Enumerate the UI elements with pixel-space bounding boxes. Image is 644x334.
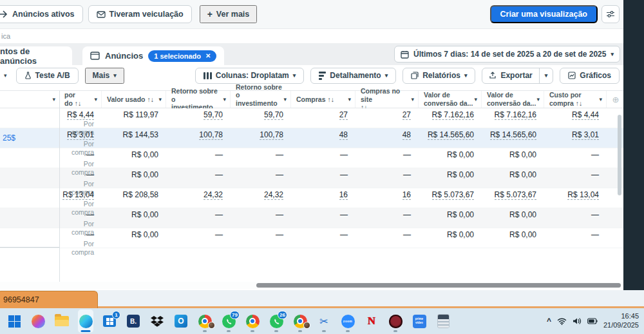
column-header[interactable]: Compras ↑↓▾ xyxy=(291,91,355,108)
chevron-down-icon[interactable]: ▾ xyxy=(411,96,414,103)
column-header[interactable]: Retorno sobre oinvestimento ...▾ xyxy=(231,91,291,108)
metric-value-tooltip[interactable]: 24,32 xyxy=(264,190,283,200)
ad-name-cell[interactable]: 25$ xyxy=(0,128,59,148)
metric-value-tooltip[interactable]: R$ 14.565,60 xyxy=(490,130,536,140)
zoom-icon[interactable]: zoom xyxy=(340,309,355,333)
chevron-down-icon[interactable]: ▾ xyxy=(223,96,226,103)
horizontal-scrollbar-thumb[interactable] xyxy=(256,283,621,288)
column-header[interactable]: Retorno sobre oinvestimento ...▾ xyxy=(166,91,231,108)
breakdown-button[interactable]: Detalhamento ▾ xyxy=(310,68,396,84)
metric-value-tooltip[interactable]: 100,78 xyxy=(260,130,283,140)
had-delivery-filter-button[interactable]: Tiveram veiculação xyxy=(88,5,192,23)
clock[interactable]: 16:45 21/09/2025 xyxy=(603,312,639,330)
table-row[interactable]: —Por compraR$ 0,00————R$ 0,00R$ 0,00— xyxy=(0,208,623,228)
outlook-icon[interactable]: O xyxy=(173,309,189,333)
chevron-down-icon[interactable]: ▾ xyxy=(599,96,602,103)
metric-value-tooltip[interactable]: R$ 3,01 xyxy=(67,130,94,140)
chrome-icon[interactable] xyxy=(245,309,260,333)
table-row[interactable]: 25$R$ 3,01Por compraR$ 144,53100,78100,7… xyxy=(0,128,623,148)
table-row[interactable]: —Por compraR$ 0,00————R$ 0,00R$ 0,00— xyxy=(0,148,623,168)
prime-video-icon[interactable]: primevideo xyxy=(412,309,427,333)
metric-value-tooltip[interactable]: 48 xyxy=(339,130,348,140)
metric-value-tooltip[interactable]: 27 xyxy=(402,110,411,120)
tray-chevron-up-icon[interactable]: ^ xyxy=(547,317,551,326)
metric-value-tooltip[interactable]: R$ 13,04 xyxy=(567,190,599,200)
frozen-column-header[interactable]: ▾ xyxy=(0,91,59,108)
metric-value-tooltip[interactable]: 48 xyxy=(402,130,411,140)
metric-value-tooltip[interactable]: R$ 4,44 xyxy=(67,110,94,120)
add-column-cell[interactable]: ⊕ xyxy=(607,91,623,108)
table-row[interactable]: R$ 4,44Por compraR$ 119,9759,7059,702727… xyxy=(0,108,623,128)
metric-value-tooltip[interactable]: 100,78 xyxy=(199,130,223,140)
whatsapp-icon[interactable]: 79 xyxy=(221,309,236,333)
capcut-icon[interactable] xyxy=(388,309,403,333)
chrome-icon[interactable] xyxy=(292,309,308,333)
metric-value-tooltip[interactable]: 59,70 xyxy=(204,110,223,120)
chrome-icon[interactable] xyxy=(197,309,213,333)
reports-button[interactable]: Relatórios ▾ xyxy=(402,68,475,84)
ad-name-cell xyxy=(0,108,59,128)
column-header[interactable]: Valor usado ↑↓▾ xyxy=(102,91,166,108)
volume-icon[interactable] xyxy=(573,317,582,325)
selected-count-badge[interactable]: 1 selecionado ✕ xyxy=(148,50,216,62)
see-more-button[interactable]: + Ver mais xyxy=(200,5,258,23)
metric-value-tooltip[interactable]: 24,32 xyxy=(204,190,223,200)
netflix-icon[interactable]: N xyxy=(364,309,379,333)
more-button[interactable]: Mais ▾ xyxy=(85,68,124,84)
metric-value-tooltip[interactable]: R$ 5.073,67 xyxy=(432,190,474,200)
microsoft-store-icon[interactable]: 1 xyxy=(102,309,117,333)
charts-button[interactable]: Gráficos xyxy=(560,68,620,84)
export-button[interactable]: Exportar xyxy=(482,68,538,83)
metric-value-tooltip[interactable]: R$ 7.162,16 xyxy=(495,110,536,120)
metric-value-tooltip[interactable]: 16 xyxy=(402,190,411,200)
search-bar[interactable]: ica xyxy=(0,29,623,44)
export-options-button[interactable]: ▾ xyxy=(539,68,553,83)
metric-value-tooltip[interactable]: R$ 4,44 xyxy=(572,110,599,120)
edge-browser-icon[interactable] xyxy=(78,309,93,333)
chevron-down-icon[interactable]: ▾ xyxy=(474,96,477,103)
chevron-down-icon[interactable]: ▾ xyxy=(94,96,97,103)
table-row[interactable]: —Por compraR$ 0,00————R$ 0,00R$ 0,00— xyxy=(0,168,623,188)
metric-value-tooltip[interactable]: R$ 13,04 xyxy=(62,190,94,200)
tab-ads[interactable]: Anúncios 1 selecionado ✕ xyxy=(82,46,224,65)
whatsapp-icon[interactable]: 26 xyxy=(269,309,284,333)
table-row[interactable]: R$ 13,04Por compraR$ 208,5824,3224,32161… xyxy=(0,188,623,208)
chevron-down-icon[interactable]: ▾ xyxy=(536,96,540,103)
chevron-down-icon[interactable]: ▾ xyxy=(158,96,162,103)
metric-value-tooltip[interactable]: R$ 3,01 xyxy=(572,130,599,140)
battery-icon[interactable] xyxy=(587,318,598,324)
metric-value-tooltip[interactable]: R$ 5.073,67 xyxy=(495,190,536,200)
copilot-icon[interactable] xyxy=(30,309,46,333)
column-header[interactable]: Valor deconversão da...▾ xyxy=(419,91,482,108)
wifi-icon[interactable] xyxy=(557,317,567,325)
dropbox-icon[interactable] xyxy=(149,309,165,333)
metric-value-tooltip[interactable]: R$ 14.565,60 xyxy=(428,130,474,140)
ab-test-button[interactable]: Teste A/B xyxy=(16,68,79,84)
column-header[interactable]: Compras no site↑↓▾ xyxy=(355,91,419,108)
chevron-down-icon[interactable]: ▾ xyxy=(348,96,351,103)
column-header[interactable]: Custo porcompra ↑↓▾ xyxy=(544,91,607,108)
columns-button[interactable]: Colunas: Droplatam ▾ xyxy=(195,68,305,84)
date-range-picker[interactable]: Últimos 7 dias: 14 de set de 2025 a 20 d… xyxy=(394,46,620,63)
metric-value-tooltip[interactable]: R$ 7.162,16 xyxy=(432,110,474,120)
chevron-down-icon[interactable]: ▾ xyxy=(283,96,287,103)
metric-value-tooltip[interactable]: 59,70 xyxy=(264,110,283,120)
vertical-scrollbar[interactable] xyxy=(618,115,621,195)
calculator-icon[interactable] xyxy=(435,309,451,333)
create-view-button[interactable]: Criar uma visualização xyxy=(490,5,598,23)
windows-start-icon[interactable] xyxy=(6,309,22,333)
view-settings-button[interactable] xyxy=(601,5,620,23)
bottom-bar-tab[interactable]: 96954847 xyxy=(0,291,98,308)
close-icon[interactable]: ✕ xyxy=(205,52,211,59)
tab-ad-sets[interactable]: ntos de anúncios xyxy=(0,46,72,65)
snipping-tool-icon[interactable]: ✂ xyxy=(316,309,332,333)
active-ads-filter-button[interactable]: Anúncios ativos xyxy=(0,5,83,23)
metric-value-tooltip[interactable]: 27 xyxy=(339,110,348,120)
metric-value-tooltip[interactable]: 16 xyxy=(339,190,348,200)
file-explorer-icon[interactable] xyxy=(54,309,70,333)
column-header[interactable]: Valor deconversão da...▾ xyxy=(482,91,544,108)
table-row[interactable]: —Por compraR$ 0,00————R$ 0,00R$ 0,00— xyxy=(0,228,623,248)
booking-app-icon[interactable]: B. xyxy=(126,309,141,333)
cut-dropdown-caret[interactable]: ▾ xyxy=(0,72,11,79)
column-header[interactable]: pordo ↑↓▾ xyxy=(59,91,102,108)
